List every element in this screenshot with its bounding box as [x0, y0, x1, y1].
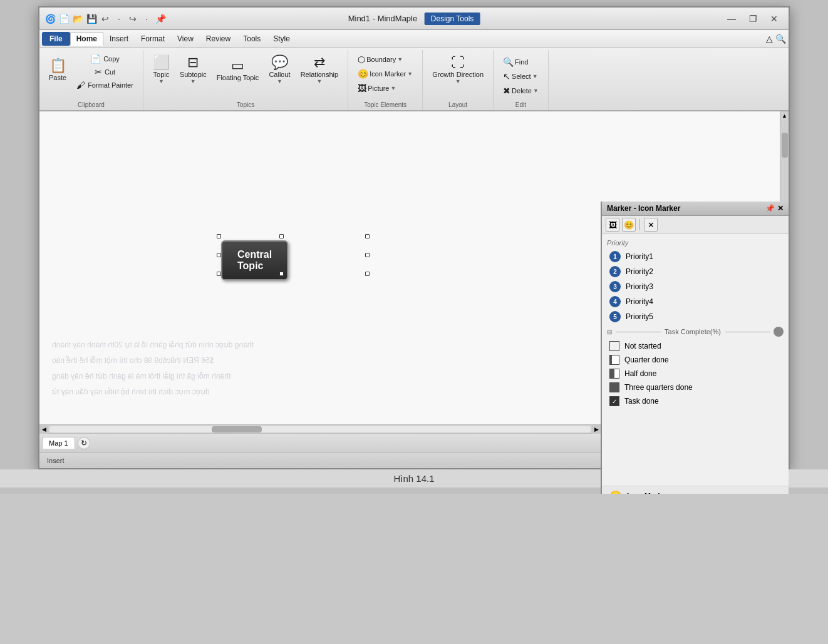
map-tab[interactable]: Map 1 — [42, 437, 75, 449]
new-icon[interactable]: 📄 — [58, 13, 70, 24]
priority1-item[interactable]: 1 Priority1 — [602, 249, 789, 264]
toolbar-divider — [639, 219, 640, 230]
icon-marker-icon: 😊 — [358, 69, 368, 79]
relationship-icon: ⇄ — [314, 56, 325, 69]
panel-close-button[interactable]: ✕ — [777, 204, 784, 213]
icon-marker-section-btn[interactable]: 😊 Icon Marker — [602, 486, 789, 494]
topic-elem-col: ⬡ Boundary ▼ 😊 Icon Marker ▼ 🖼 Picture ▼ — [353, 53, 417, 95]
scroll-left-btn[interactable]: ◀ — [39, 425, 48, 434]
map-refresh-btn[interactable]: ↻ — [78, 437, 90, 449]
open-icon[interactable]: 📂 — [72, 13, 83, 24]
scroll-thumb-h[interactable] — [212, 426, 262, 432]
handle-br[interactable] — [365, 272, 370, 276]
search-icon[interactable]: 🔍 — [775, 34, 786, 44]
handle-mr[interactable] — [365, 253, 370, 257]
menu-home[interactable]: Home — [70, 32, 103, 46]
pin-icon[interactable]: 📌 — [155, 13, 166, 24]
priority3-icon: 3 — [609, 281, 621, 292]
panel-tool-smiley[interactable]: 😊 — [622, 218, 636, 232]
undo-icon[interactable]: ↩ — [100, 13, 111, 24]
scroll-thumb-v[interactable] — [782, 133, 788, 158]
picture-arrow: ▼ — [390, 85, 396, 91]
menu-format[interactable]: Format — [135, 32, 171, 46]
menu-bar: File Home Insert Format View Review Tool… — [39, 30, 789, 48]
subtopic-button[interactable]: ⊟ Subtopic ▼ — [175, 53, 211, 88]
menu-style[interactable]: Style — [267, 32, 296, 46]
handle-bl[interactable] — [217, 272, 221, 276]
panel-title: Marker - Icon Marker — [607, 204, 680, 213]
central-topic[interactable]: Central Topic — [221, 240, 288, 280]
select-button[interactable]: ↖ Select ▼ — [499, 69, 543, 83]
task-done-item[interactable]: ✓ Task done — [602, 394, 789, 408]
priority3-item[interactable]: 3 Priority3 — [602, 279, 789, 294]
ribbon: 📋 Paste 📄 Copy ✂ Cut 🖌 Format Painter — [39, 48, 789, 111]
icon-marker-button[interactable]: 😊 Icon Marker ▼ — [353, 67, 417, 81]
cut-button[interactable]: ✂ Cut — [72, 66, 138, 78]
section-line-right — [725, 332, 770, 332]
restore-button[interactable]: ❐ — [743, 12, 762, 26]
scroll-up-btn[interactable]: ▲ — [780, 111, 789, 120]
picture-button[interactable]: 🖼 Picture ▼ — [353, 81, 417, 95]
edit-label: Edit — [515, 101, 526, 110]
priority-section-label: Priority — [602, 237, 789, 249]
priority5-item[interactable]: 5 Priority5 — [602, 309, 789, 324]
ribbon-group-topics: ⬜ Topic ▼ ⊟ Subtopic ▼ ▭ Floating Topic … — [143, 50, 348, 110]
priority4-item[interactable]: 4 Priority4 — [602, 294, 789, 309]
ribbon-group-clipboard: 📋 Paste 📄 Copy ✂ Cut 🖌 Format Painter — [39, 50, 143, 110]
delete-button[interactable]: ✖ Delete ▼ — [499, 84, 543, 98]
not-started-icon — [609, 341, 619, 351]
save-icon[interactable]: 💾 — [86, 13, 97, 24]
undo2-icon[interactable]: · — [113, 13, 125, 24]
panel-tool-image[interactable]: 🖼 — [606, 218, 619, 232]
menu-view[interactable]: View — [171, 32, 200, 46]
delete-icon: ✖ — [503, 86, 510, 96]
design-tools-badge: Design Tools — [425, 13, 480, 25]
handle-tm[interactable] — [279, 234, 284, 238]
format-painter-button[interactable]: 🖌 Format Painter — [72, 79, 138, 91]
growth-direction-button[interactable]: ⛶ Growth Direction ▼ — [428, 53, 488, 88]
priority2-item[interactable]: 2 Priority2 — [602, 264, 789, 279]
handle-tl[interactable] — [217, 234, 221, 238]
panel-title-controls: 📌 ✕ — [765, 204, 784, 213]
minimize-button[interactable]: — — [722, 12, 741, 26]
floating-topic-button[interactable]: ▭ Floating Topic — [212, 53, 264, 87]
topic-button[interactable]: ⬜ Topic ▼ — [148, 53, 174, 88]
handle-tr[interactable] — [365, 234, 370, 238]
menu-insert[interactable]: Insert — [103, 32, 135, 46]
not-started-item[interactable]: Not started — [602, 339, 789, 353]
panel-title-bar: Marker - Icon Marker 📌 ✕ — [602, 202, 789, 216]
handle-ml[interactable] — [217, 253, 221, 257]
marker-list[interactable]: Priority 1 Priority1 2 Priority2 3 Prior… — [602, 234, 789, 486]
three-quarters-done-item[interactable]: Three quarters done — [602, 381, 789, 394]
app-icon: 🌀 — [44, 13, 56, 24]
boundary-button[interactable]: ⬡ Boundary ▼ — [353, 53, 417, 66]
task-section-icon[interactable] — [774, 327, 784, 337]
priority1-icon: 1 — [609, 251, 621, 262]
scroll-track-h[interactable] — [49, 426, 591, 432]
horizontal-scrollbar[interactable]: ◀ ▶ — [39, 424, 601, 433]
handle-bm[interactable] — [279, 272, 284, 276]
half-done-item[interactable]: Half done — [602, 367, 789, 381]
menu-review[interactable]: Review — [200, 32, 237, 46]
panel-pin-button[interactable]: 📌 — [765, 204, 775, 213]
menu-file[interactable]: File — [42, 32, 70, 46]
copy-button[interactable]: 📄 Copy — [72, 53, 138, 65]
quarter-done-item[interactable]: Quarter done — [602, 353, 789, 367]
paste-button[interactable]: 📋 Paste — [44, 53, 71, 87]
menu-tools[interactable]: Tools — [237, 32, 267, 46]
topic-icon: ⬜ — [153, 56, 170, 69]
bg-text-bottom-3: thánh mỗi gã thì giải thôi mà là gành dứ… — [52, 372, 230, 381]
find-button[interactable]: 🔍 Find — [499, 55, 543, 69]
ribbon-group-edit: 🔍 Find ↖ Select ▼ ✖ Delete ▼ Edit — [494, 50, 549, 110]
topic-elements-label: Topic Elements — [364, 101, 406, 110]
panel-tool-delete[interactable]: ✕ — [644, 218, 658, 232]
callout-button[interactable]: 💬 Callout ▼ — [264, 53, 294, 88]
relationship-button[interactable]: ⇄ Relationship ▼ — [296, 53, 343, 88]
scroll-right-btn[interactable]: ▶ — [592, 425, 601, 434]
help-icon[interactable]: △ — [766, 34, 773, 44]
close-button[interactable]: ✕ — [765, 12, 784, 26]
main-content: tháng thành dó gianhhề là tự 20th thánh … — [39, 111, 789, 424]
redo2-icon[interactable]: · — [141, 13, 152, 24]
task-collapse-btn[interactable]: ⊟ — [607, 329, 612, 335]
redo-icon[interactable]: ↪ — [127, 13, 138, 24]
